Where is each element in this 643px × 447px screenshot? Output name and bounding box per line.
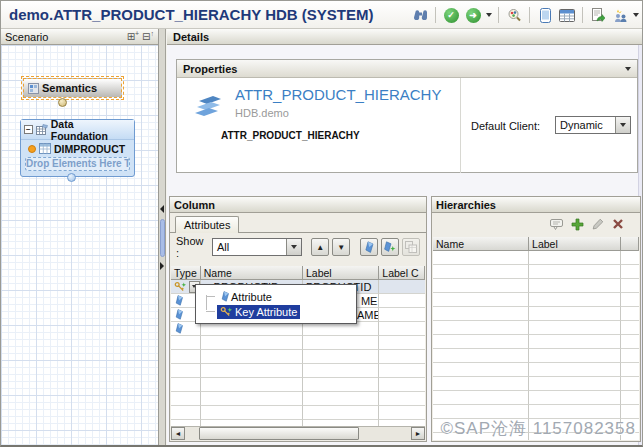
move-down-button[interactable]: ▼ [332,238,350,256]
default-client-select[interactable]: Dynamic [555,116,631,134]
semantics-icon [28,83,39,94]
data-preview-icon[interactable] [558,6,576,24]
show-label: Show : [176,235,206,259]
type-dropdown-menu: Attribute Key Attribute [195,284,357,324]
scenario-panel-header: Scenario ⊞+ ⊟↑ [1,29,158,45]
edit-icon[interactable] [592,218,604,230]
collapse-all-icon[interactable]: ⊟↑ [142,30,154,42]
attribute-view-icon [193,87,229,119]
empty-row [433,265,639,279]
callout-icon[interactable] [550,219,563,230]
copy-columns-button[interactable] [402,238,420,256]
selected-menu-item: Key Attribute [217,305,300,319]
view-name: ATTR_PRODUCT_HIERACHY [235,86,441,103]
cell-label-partial: ME [361,295,378,307]
delete-icon[interactable] [612,218,624,230]
toolbar-overflow-caret[interactable] [633,13,639,17]
move-up-button[interactable]: ▲ [311,238,329,256]
empty-row [171,336,425,350]
empty-row [171,350,425,364]
collapse-section-icon[interactable] [625,67,631,71]
activate-icon[interactable]: ➜ [464,6,482,24]
attribute-icon [174,323,183,334]
properties-section: Properties ATTR_PRODUCT_HIERACHY HDB.dem… [176,59,638,173]
scrollbar-thumb[interactable] [199,427,359,440]
empty-row [433,279,639,293]
scenario-title: Scenario [5,31,48,43]
splitter-collapse-icon[interactable] [160,205,164,213]
empty-row [433,335,639,349]
panel-splitter[interactable] [159,29,166,447]
mark-attribute-button[interactable] [360,238,378,256]
empty-row [433,349,639,363]
activate-menu-caret[interactable] [486,13,492,17]
marker-dot-icon [28,145,36,153]
validate-icon[interactable]: ✓ [442,6,460,24]
toolbar-separator [435,7,436,23]
semantics-anchor-dot[interactable] [58,98,67,107]
empty-row [433,251,639,265]
hierarchies-header: Hierarchies [432,197,640,213]
column-header: Column [170,197,426,213]
col-header-type[interactable]: Type [171,266,201,280]
chevron-down-icon[interactable] [615,117,630,133]
scroll-left-icon[interactable]: ◄ [171,427,185,440]
attribute-icon [174,309,183,320]
hierarchies-title: Hierarchies [436,199,496,211]
data-foundation-node[interactable]: − Data Foundation DIMPRODUCT Drop Elemen… [20,119,135,177]
scenario-panel: Scenario ⊞+ ⊟↑ Semantics − [1,29,159,447]
tab-attributes[interactable]: Attributes [175,216,239,233]
scroll-right-icon[interactable]: ► [411,427,425,440]
col-header-name[interactable]: Name [201,266,303,280]
page-title: demo.ATTR_PRODUCT_HIERACHY HDB (SYSTEM) [1,6,373,23]
column-title: Column [174,199,215,211]
collapse-node-icon[interactable]: − [24,125,33,134]
hierarchies-section: Hierarchies Name Label [431,196,641,442]
watermark-text: ©SAP沧海 1157082358 [440,417,636,440]
cell-label-partial: AME [357,309,379,321]
details-panel: Details Properties ATTR_PRODUCT_HIERACHY… [167,29,643,447]
mobile-preview-icon[interactable] [536,6,554,24]
menu-item-key-attribute[interactable]: Key Attribute [196,304,356,319]
splitter-expand-icon[interactable] [160,262,164,270]
scenario-canvas[interactable]: Semantics − Data Foundation [1,45,158,447]
key-attribute-icon [220,306,233,318]
add-icon[interactable] [571,218,584,231]
drop-elements-hint[interactable]: Drop Elements Here T... [25,157,130,171]
semantics-node[interactable]: Semantics [23,78,122,98]
default-client-label: Default Client: [471,120,540,132]
empty-row [433,363,639,377]
mark-key-attribute-button[interactable] [381,238,399,256]
col-header-label-column[interactable]: Label C [379,266,425,280]
editor-title-bar: demo.ATTR_PRODUCT_HIERACHY HDB (SYSTEM) … [1,1,642,29]
df-table-row[interactable]: DIMPRODUCT [21,140,134,157]
details-header: Details [167,29,643,45]
empty-row [433,321,639,335]
table-row[interactable] [171,322,425,336]
where-used-icon[interactable] [505,6,523,24]
generate-docs-icon[interactable] [611,6,629,24]
horizontal-scrollbar[interactable]: ◄ ► [171,426,425,440]
splitter-handle[interactable] [160,219,165,257]
key-attribute-icon [174,281,187,293]
data-foundation-icon [36,124,48,135]
export-icon[interactable] [589,6,607,24]
hier-header-label[interactable]: Label [529,237,621,251]
df-anchor-dot[interactable] [67,173,76,182]
col-header-label[interactable]: Label [303,266,379,280]
chevron-down-icon[interactable] [286,239,301,255]
semantics-label: Semantics [42,82,97,94]
expand-all-icon[interactable]: ⊞+ [127,30,139,42]
hierarchies-table-header: Name Label [433,237,639,251]
menu-item-attribute[interactable]: Attribute [196,289,356,304]
attributes-table-header: Type Name Label Label C [171,266,425,280]
hier-header-name[interactable]: Name [433,237,529,251]
view-package: HDB.demo [235,107,289,119]
attribute-icon [174,295,183,306]
hana-studio-editor-window: demo.ATTR_PRODUCT_HIERACHY HDB (SYSTEM) … [0,0,643,447]
empty-row [433,377,639,391]
editor-toolbar: ✓ ➜ [411,1,639,29]
data-foundation-label: Data Foundation [51,118,131,142]
find-icon[interactable] [411,6,429,24]
show-filter-select[interactable]: All [212,238,301,256]
